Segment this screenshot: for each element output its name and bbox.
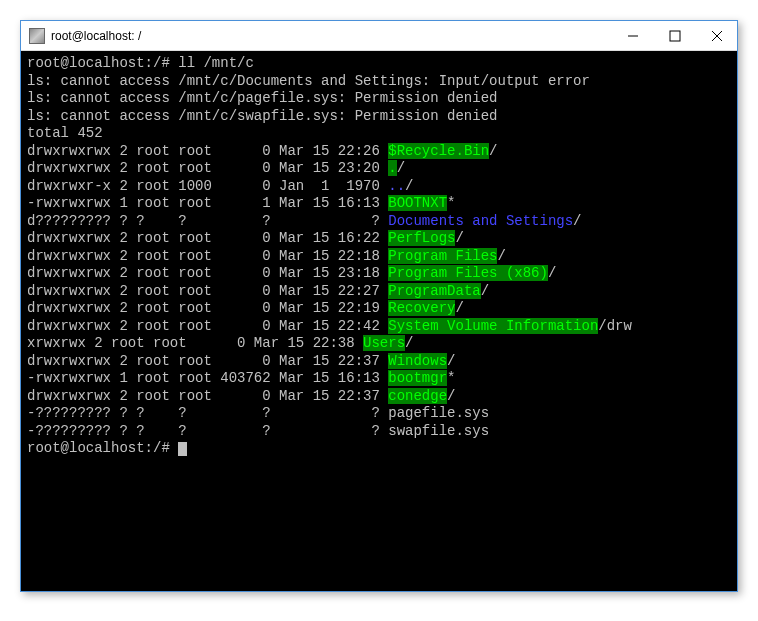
listing-row: drwxrwxrwx 2 root root 0 Mar 15 23:20 ./ — [27, 160, 731, 178]
listing-row: drwxrwxr-x 2 root 1000 0 Jan 1 1970 ../ — [27, 178, 731, 196]
listing-row: -rwxrwxrwx 1 root root 403762 Mar 15 16:… — [27, 370, 731, 388]
app-icon — [29, 28, 45, 44]
listing-row: xrwxrwx 2 root root 0 Mar 15 22:38 Users… — [27, 335, 731, 353]
listing-row: -rwxrwxrwx 1 root root 1 Mar 15 16:13 BO… — [27, 195, 731, 213]
listing-row: drwxrwxrwx 2 root root 0 Mar 15 16:22 Pe… — [27, 230, 731, 248]
listing-row: drwxrwxrwx 2 root root 0 Mar 15 22:37 Wi… — [27, 353, 731, 371]
listing-row: drwxrwxrwx 2 root root 0 Mar 15 23:18 Pr… — [27, 265, 731, 283]
listing-row: -????????? ? ? ? ? ? swapfile.sys — [27, 423, 731, 441]
close-button[interactable] — [705, 24, 729, 48]
listing-row: drwxrwxrwx 2 root root 0 Mar 15 22:18 Pr… — [27, 248, 731, 266]
titlebar[interactable]: root@localhost: / — [21, 21, 737, 51]
window-controls — [621, 24, 729, 48]
svg-rect-1 — [670, 31, 680, 41]
listing-row: drwxrwxrwx 2 root root 0 Mar 15 22:37 co… — [27, 388, 731, 406]
listing-row: -????????? ? ? ? ? ? pagefile.sys — [27, 405, 731, 423]
listing-row: drwxrwxrwx 2 root root 0 Mar 15 22:27 Pr… — [27, 283, 731, 301]
listing-row: drwxrwxrwx 2 root root 0 Mar 15 22:42 Sy… — [27, 318, 731, 336]
maximize-button[interactable] — [663, 24, 687, 48]
listing-row: drwxrwxrwx 2 root root 0 Mar 15 22:26 $R… — [27, 143, 731, 161]
terminal-output[interactable]: root@localhost:/# ll /mnt/cls: cannot ac… — [21, 51, 737, 591]
terminal-window: root@localhost: / root@localhost:/# ll /… — [20, 20, 738, 592]
prompt-line: root@localhost:/# — [27, 440, 731, 458]
total-line: total 452 — [27, 125, 731, 143]
error-line: ls: cannot access /mnt/c/pagefile.sys: P… — [27, 90, 731, 108]
listing-row: drwxrwxrwx 2 root root 0 Mar 15 22:19 Re… — [27, 300, 731, 318]
error-line: ls: cannot access /mnt/c/swapfile.sys: P… — [27, 108, 731, 126]
minimize-button[interactable] — [621, 24, 645, 48]
error-line: ls: cannot access /mnt/c/Documents and S… — [27, 73, 731, 91]
prompt-line: root@localhost:/# ll /mnt/c — [27, 55, 731, 73]
cursor — [178, 442, 187, 456]
listing-row: d????????? ? ? ? ? ? Documents and Setti… — [27, 213, 731, 231]
window-title: root@localhost: / — [51, 29, 621, 43]
